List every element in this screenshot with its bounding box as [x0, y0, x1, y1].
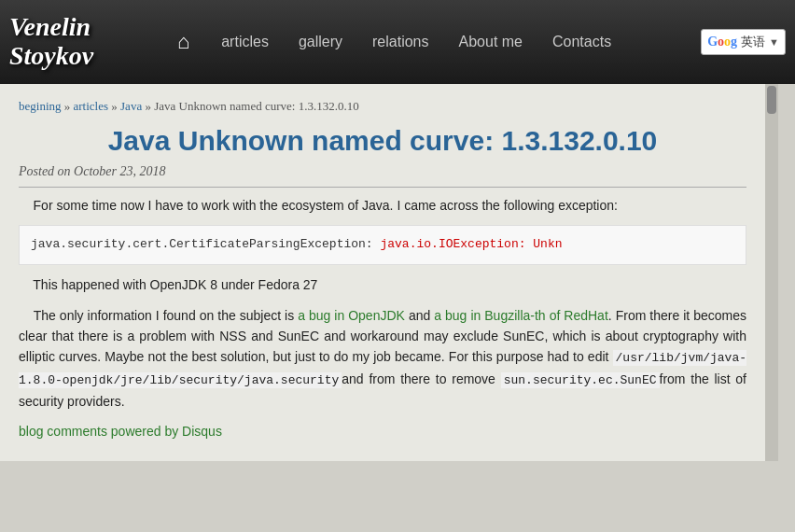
breadcrumb: begining » articles » Java » Java Unknow…	[19, 99, 746, 114]
nav-gallery[interactable]: gallery	[284, 28, 357, 56]
logo-line1: Venelin	[9, 12, 91, 41]
google-translate-widget[interactable]: Goog 英语 ▼	[701, 29, 786, 55]
scrollbar-thumb[interactable]	[767, 86, 776, 114]
breadcrumb-beginning[interactable]: begining	[19, 99, 62, 113]
nav-aboutme[interactable]: About me	[444, 28, 537, 56]
home-icon[interactable]: ⌂	[177, 30, 189, 54]
inline-code-sunec: sun.security.ec.SunEC	[501, 372, 660, 388]
blog-comments-link[interactable]: blog comments powered by Disqus	[19, 424, 222, 439]
openjdk-bug-link[interactable]: a bug in OpenJDK	[298, 308, 405, 323]
main-content: begining » articles » Java » Java Unknow…	[0, 84, 765, 461]
breadcrumb-articles[interactable]: articles	[74, 99, 109, 113]
article-title: Java Unknown named curve: 1.3.132.0.10	[19, 125, 746, 157]
logo-line2: Stoykov	[9, 41, 93, 70]
nav-articles[interactable]: articles	[206, 28, 284, 56]
site-logo[interactable]: Venelin Stoykov	[9, 13, 159, 71]
body-links-paragraph: The only information I found on the subj…	[19, 305, 746, 413]
google-logo: Goog	[707, 35, 737, 49]
intro-paragraph: For some time now I have to work with th…	[19, 195, 746, 216]
nav-contacts[interactable]: Contacts	[537, 28, 626, 56]
happened-text: This happened with OpenJDK 8 under Fedor…	[19, 274, 746, 295]
header: Venelin Stoykov ⌂ articles gallery relat…	[0, 0, 795, 84]
bugzilla-bug-link[interactable]: a bug in Bugzilla-th of RedHat	[434, 308, 608, 323]
breadcrumb-current: Java Unknown named curve: 1.3.132.0.10	[154, 99, 359, 113]
article-body: For some time now I have to work with th…	[19, 195, 746, 442]
translate-dropdown-icon[interactable]: ▼	[769, 36, 779, 48]
main-nav: ⌂ articles gallery relations About me Co…	[177, 28, 701, 56]
breadcrumb-java[interactable]: Java	[120, 99, 142, 113]
page-wrapper: begining » articles » Java » Java Unknow…	[0, 84, 795, 461]
translate-language: 英语	[741, 34, 765, 50]
article-title-link[interactable]: 1.3.132.0.10	[501, 125, 657, 156]
scrollbar[interactable]	[765, 84, 778, 461]
nav-relations[interactable]: relations	[357, 28, 443, 56]
post-date: Posted on October 23, 2018	[19, 164, 746, 188]
code-block: java.security.cert.CertificateParsingExc…	[19, 225, 746, 265]
